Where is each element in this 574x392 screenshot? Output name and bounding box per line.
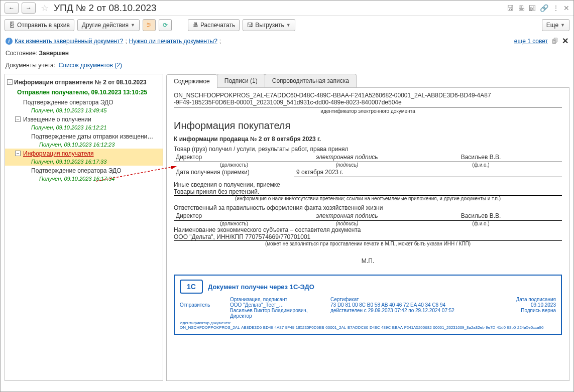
expander-icon[interactable]: –	[15, 116, 21, 122]
fio-value: Васильев В.В.	[400, 153, 562, 162]
tree-sent-status: Отправлен получателю, 09.10.2023 13:10:2…	[5, 87, 163, 97]
org-value: ООО "Дельта", ИНН/КПП 7707574669/7707010…	[174, 233, 562, 241]
1c-logo-icon: 1C	[180, 280, 203, 294]
tab-cover-note[interactable]: Сопроводительная записка	[265, 74, 357, 87]
tip-link-1[interactable]: Как изменить завершённый документ?	[15, 38, 123, 45]
tree-item-operator-confirm-2[interactable]: Подтверждение оператора ЭДО	[5, 166, 163, 176]
tree-item-receipt-notice[interactable]: – Извещение о получении	[5, 114, 163, 124]
org-label: Наименование экономического субъекта – с…	[174, 226, 562, 233]
tree-item-operator-confirm-1[interactable]: Подтверждение оператора ЭДО	[5, 97, 163, 107]
expander-icon[interactable]: –	[15, 151, 21, 156]
export-icon: 🖫	[247, 22, 253, 29]
content-pane: Содержимое Подписи (1) Сопроводительная …	[166, 74, 569, 381]
info-icon: i	[6, 38, 13, 45]
expander-icon[interactable]: –	[7, 79, 13, 85]
archive-button[interactable]: 🗄Отправить в архив	[5, 19, 74, 31]
doc-id-line1: ON_NSCHFDOPPOKPROS_2AL-E7ADDC60-D48C-489…	[174, 92, 562, 99]
more-button[interactable]: Еще ▼	[542, 19, 569, 31]
window-title: УПД № 2 от 08.10.2023	[54, 3, 504, 14]
structure-button[interactable]: ⚞	[143, 19, 156, 31]
chevron-down-icon: ▼	[286, 23, 291, 28]
main-area: – Информация отправителя № 2 от 08.10.20…	[1, 74, 573, 385]
tree-icon: ⚞	[146, 22, 152, 29]
preview-icon[interactable]: 🗟	[529, 4, 536, 12]
back-button[interactable]: ←	[5, 3, 19, 14]
more-icon[interactable]: ⋮	[552, 4, 559, 12]
tree-stamp: Получен, 09.10.2023 16:12:21	[5, 124, 163, 132]
document-tree[interactable]: – Информация отправителя № 2 от 08.10.20…	[5, 74, 163, 381]
favorite-star-icon[interactable]: ☆	[41, 3, 49, 14]
refresh-icon: ⟳	[163, 22, 168, 29]
doc-heading: Информация покупателя	[174, 120, 562, 132]
refresh-button[interactable]: ⟳	[159, 19, 172, 31]
tab-signatures[interactable]: Подписи (1)	[217, 74, 265, 87]
receipt-date-value: 9 октября 2023 г.	[294, 168, 400, 177]
tree-stamp: Получен, 09.10.2023 13:49:45	[5, 107, 163, 114]
doc-id-caption: идентификатор электронного документа	[174, 108, 562, 114]
close-icon[interactable]: ✕	[563, 4, 569, 12]
responsible-label: Ответственный за правильность оформления…	[174, 204, 562, 211]
edo-stamp: 1C Документ получен через 1С-ЭДО Организ…	[174, 275, 562, 335]
chevron-down-icon: ▼	[131, 23, 135, 28]
doc-goods-label: Товар (груз) получил / услуги, результат…	[174, 146, 562, 153]
archive-icon: 🗄	[9, 22, 15, 29]
toolbar: 🗄Отправить в архив Другие действия ▼ ⚞ ⟳…	[1, 16, 573, 34]
tree-item-recipient-info[interactable]: – Информация получателя	[5, 149, 163, 159]
tab-content[interactable]: Содержимое	[166, 74, 217, 88]
chevron-down-icon: ▼	[560, 23, 565, 28]
tree-stamp: Получен, 09.10.2023 16:17:33	[5, 159, 163, 166]
status-value: Завершен	[39, 50, 69, 57]
tabs: Содержимое Подписи (1) Сопроводительная …	[166, 74, 569, 88]
receipt-date-label: Дата получения (приемки)	[174, 168, 294, 177]
other-info-label: Иные сведения о получении, приемке	[174, 181, 562, 188]
docs-row: Документы учета: Список документов (2)	[1, 59, 573, 74]
tip-link-2[interactable]: Нужно ли печатать документы?	[129, 38, 217, 45]
print-button[interactable]: 🖶Распечатать	[188, 19, 240, 31]
dismiss-tips-button[interactable]: ✕	[562, 36, 568, 46]
status-row: Состояние: Завершен	[1, 48, 573, 59]
stamp-doc-id: Идентификатор документа: ON_NSCHFDOPPOKP…	[180, 321, 556, 330]
export-button[interactable]: 🖫Выгрузить ▼	[243, 19, 295, 31]
tree-stamp: Получен, 09.10.2023 16:17:34	[5, 176, 163, 183]
forward-button[interactable]: →	[22, 3, 36, 14]
stamp-placeholder: М.П.	[174, 257, 562, 265]
titlebar: ← → ☆ УПД № 2 от 08.10.2023 🖫 🖶 🗟 🔗 ⋮ ✕	[1, 1, 573, 16]
note-icon[interactable]: 🗐	[552, 38, 558, 45]
printer-icon: 🖶	[192, 22, 198, 29]
documents-list-link[interactable]: Список документов (2)	[59, 62, 122, 69]
link-icon[interactable]: 🔗	[540, 4, 548, 12]
signature-value: электронная подпись	[294, 153, 400, 162]
doc-id-line2: -9F49-185235F0D6EB-00001_20231009_541d93…	[174, 99, 562, 106]
document-viewer[interactable]: ON_NSCHFDOPPOKPROS_2AL-E7ADDC60-D48C-489…	[166, 88, 569, 381]
titlebar-actions: 🖫 🖶 🗟 🔗 ⋮ ✕	[507, 4, 569, 12]
more-tips-link[interactable]: еще 1 совет	[514, 38, 548, 45]
tree-item-date-confirm[interactable]: Подтверждение даты отправки извещени…	[5, 132, 163, 142]
stamp-title: Документ получен через 1С-ЭДО	[208, 283, 314, 291]
tree-stamp: Получен, 09.10.2023 16:12:23	[5, 142, 163, 149]
app-window: ← → ☆ УПД № 2 от 08.10.2023 🖫 🖶 🗟 🔗 ⋮ ✕ …	[0, 0, 574, 392]
tree-root[interactable]: – Информация отправителя № 2 от 08.10.20…	[5, 77, 163, 87]
doc-subheading: К информации продавца № 2 от 8 октября 2…	[174, 136, 562, 143]
other-actions-button[interactable]: Другие действия ▼	[77, 19, 140, 31]
info-bar: i Как изменить завершённый документ?; Ну…	[1, 34, 573, 48]
print-icon[interactable]: 🖶	[518, 4, 525, 12]
save-icon[interactable]: 🖫	[507, 4, 514, 12]
other-info-value: Товары принял без претензий.	[174, 188, 562, 196]
role-value: Директор	[174, 153, 294, 162]
